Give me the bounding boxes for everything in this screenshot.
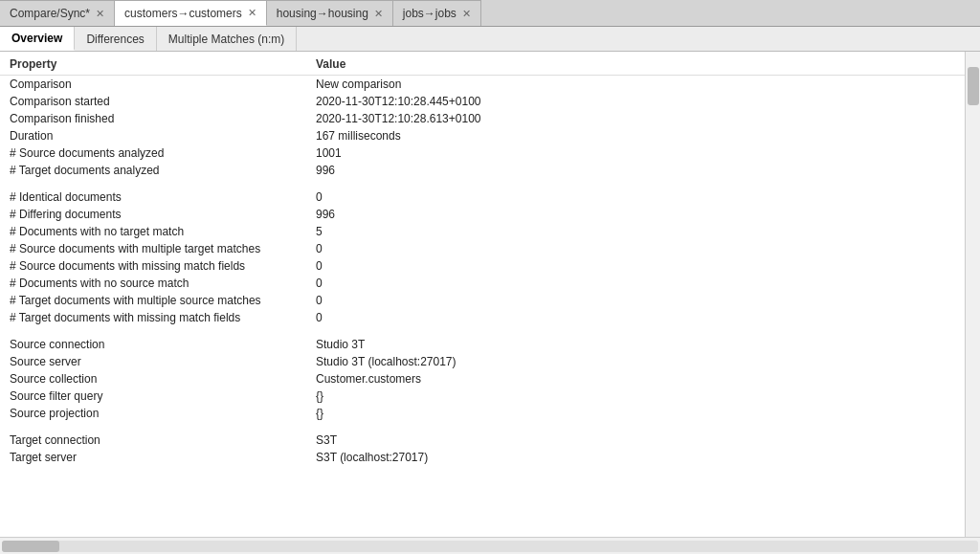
cell-value: Studio 3T (localhost:27017) [306,353,965,370]
cell-property: Target connection [0,432,306,449]
cell-property: # Target documents with missing match fi… [0,309,306,326]
cell-value: 0 [306,292,965,309]
sub-tab-overview[interactable]: Overview [0,27,75,51]
tab-label-customers-customers: customers→customers [124,7,242,20]
tab-jobs-jobs[interactable]: jobs→jobs✕ [393,0,481,26]
cell-property: Comparison finished [0,110,306,127]
table-row: Target serverS3T (localhost:27017) [0,449,965,466]
cell-property: # Source documents with missing match fi… [0,257,306,275]
cell-value: New comparison [306,76,965,94]
tab-customers-customers[interactable]: customers→customers✕ [115,0,267,26]
cell-value: 0 [306,309,965,326]
cell-value: 167 milliseconds [306,127,965,144]
cell-property: Comparison started [0,93,306,110]
table-row: Duration167 milliseconds [0,127,965,144]
tab-label-housing-housing: housing→housing [277,7,368,20]
cell-property: Target server [0,449,306,466]
cell-value: S3T [306,432,965,449]
table-row: Source collectionCustomer.customers [0,370,965,388]
table-row: Source projection{} [0,405,965,422]
cell-property: Source server [0,353,306,370]
cell-property: # Identical documents [0,188,306,206]
cell-property: # Differing documents [0,206,306,223]
cell-value: Studio 3T [306,336,965,353]
table-row: Source serverStudio 3T (localhost:27017) [0,353,965,370]
tab-bar: Compare/Sync*✕customers→customers✕housin… [0,0,980,27]
overview-table[interactable]: Property Value ComparisonNew comparisonC… [0,52,965,537]
cell-property: Source projection [0,405,306,422]
h-scroll-track [2,541,978,552]
cell-value: 1001 [306,144,965,162]
table-row: # Source documents with multiple target … [0,240,965,257]
tab-close-jobs-jobs[interactable]: ✕ [462,9,471,19]
table-row: # Identical documents0 [0,188,965,206]
cell-value: 5 [306,223,965,240]
vertical-scrollbar[interactable] [965,52,980,537]
table-row: # Target documents analyzed996 [0,162,965,179]
cell-value: S3T (localhost:27017) [306,449,965,466]
cell-property: # Target documents analyzed [0,162,306,179]
cell-value: 996 [306,206,965,223]
cell-property: Comparison [0,76,306,94]
table-row: # Documents with no source match0 [0,275,965,292]
content-area: Property Value ComparisonNew comparisonC… [0,52,980,537]
table-row: # Target documents with missing match fi… [0,309,965,326]
tab-housing-housing[interactable]: housing→housing✕ [267,0,393,26]
table-row: Comparison finished2020-11-30T12:10:28.6… [0,110,965,127]
cell-property: # Source documents with multiple target … [0,240,306,257]
horizontal-scrollbar[interactable] [0,537,980,554]
cell-property: Source connection [0,336,306,353]
cell-value: {} [306,405,965,422]
table-separator [0,422,965,432]
tab-close-compare-sync[interactable]: ✕ [96,9,104,19]
cell-property: Source collection [0,370,306,388]
tab-label-jobs-jobs: jobs→jobs [403,7,457,20]
table-row: # Target documents with multiple source … [0,292,965,309]
col-property: Property [0,52,306,76]
cell-value: 0 [306,257,965,275]
table-row: Source filter query{} [0,388,965,405]
tab-compare-sync[interactable]: Compare/Sync*✕ [0,0,115,26]
h-scroll-thumb[interactable] [2,541,59,552]
cell-value: {} [306,388,965,405]
cell-value: Customer.customers [306,370,965,388]
cell-property: # Source documents analyzed [0,144,306,162]
col-value: Value [306,52,965,76]
table-row: # Differing documents996 [0,206,965,223]
tab-label-compare-sync: Compare/Sync* [10,7,90,20]
tab-close-customers-customers[interactable]: ✕ [248,8,256,18]
table-row: Target connectionS3T [0,432,965,449]
sub-tab-bar: OverviewDifferencesMultiple Matches (n:m… [0,27,980,52]
cell-property: Duration [0,127,306,144]
table-row: # Documents with no target match5 [0,223,965,240]
cell-value: 2020-11-30T12:10:28.445+0100 [306,93,965,110]
cell-property: # Documents with no source match [0,275,306,292]
table-row: Comparison started2020-11-30T12:10:28.44… [0,93,965,110]
sub-tab-multiple-matches[interactable]: Multiple Matches (n:m) [157,27,297,51]
table-row: # Source documents analyzed1001 [0,144,965,162]
cell-value: 0 [306,275,965,292]
table-row: ComparisonNew comparison [0,76,965,94]
cell-value: 996 [306,162,965,179]
scrollbar-thumb[interactable] [968,67,979,105]
table-separator [0,326,965,336]
cell-value: 0 [306,188,965,206]
cell-property: # Documents with no target match [0,223,306,240]
table-row: Source connectionStudio 3T [0,336,965,353]
cell-value: 0 [306,240,965,257]
table-separator [0,179,965,188]
cell-property: # Target documents with multiple source … [0,292,306,309]
sub-tab-differences[interactable]: Differences [75,27,156,51]
tab-close-housing-housing[interactable]: ✕ [374,9,383,19]
table-row: # Source documents with missing match fi… [0,257,965,275]
cell-property: Source filter query [0,388,306,405]
cell-value: 2020-11-30T12:10:28.613+0100 [306,110,965,127]
